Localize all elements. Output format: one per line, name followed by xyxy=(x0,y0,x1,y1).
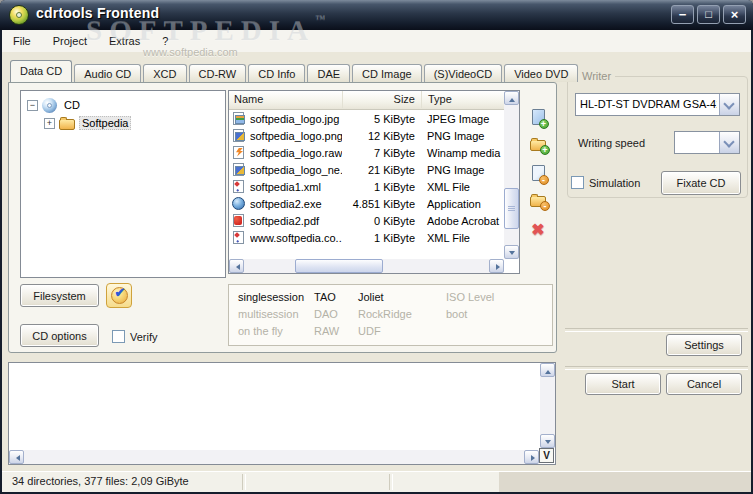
exe-file-icon xyxy=(232,197,247,211)
file-type: Adobe Acrobat xyxy=(421,215,504,227)
session-option xyxy=(446,325,552,342)
tab-s-videocd[interactable]: (S)VideoCD xyxy=(424,64,503,82)
tab-dae[interactable]: DAE xyxy=(307,64,350,82)
log-hscrollbar[interactable] xyxy=(9,450,539,464)
menu-item-file[interactable]: File xyxy=(2,32,42,50)
raw-file-icon xyxy=(232,146,247,160)
writer-group-label: Writer xyxy=(578,70,615,82)
column-header-size[interactable]: Size xyxy=(343,91,422,108)
tree-item-softpedia[interactable]: +Softpedia xyxy=(21,114,225,132)
settings-button[interactable]: Settings xyxy=(666,334,742,356)
maximize-icon: □ xyxy=(698,6,719,22)
hscroll-thumb[interactable] xyxy=(295,259,383,273)
file-row[interactable]: softpedia_logo.png12 KiBytePNG Image xyxy=(229,127,504,144)
add-folder-button[interactable] xyxy=(526,132,550,158)
file-list[interactable]: Name Size Type softpedia_logo.jpg5 KiByt… xyxy=(228,90,520,274)
writer-device-combobox[interactable]: HL-DT-ST DVDRAM GSA-41 xyxy=(575,93,740,116)
writing-speed-dropdown-button[interactable] xyxy=(719,132,739,153)
fixate-cd-button[interactable]: Fixate CD xyxy=(661,171,741,195)
file-size: 0 KiByte xyxy=(342,215,421,227)
verify-check-button[interactable] xyxy=(106,283,132,308)
start-button[interactable]: Start xyxy=(585,373,661,395)
tab-video-dvd[interactable]: Video DVD xyxy=(504,64,578,82)
log-vscrollbar[interactable] xyxy=(540,363,555,448)
scroll-left-button[interactable] xyxy=(9,450,24,464)
file-list-body: softpedia_logo.jpg5 KiByteJPEG Imagesoft… xyxy=(229,110,504,259)
arrow-down-icon xyxy=(545,440,551,447)
file-row[interactable]: softpedia1.xml1 KiByteXML File xyxy=(229,178,504,195)
collapse-icon[interactable]: − xyxy=(27,100,38,111)
title-bar: cdrtools Frontend −□× xyxy=(0,0,753,30)
arrow-left-icon xyxy=(13,455,20,461)
column-header-name[interactable]: Name xyxy=(229,91,343,108)
maximize-button[interactable]: □ xyxy=(697,5,720,24)
folder-icon xyxy=(59,119,75,130)
log-area[interactable]: V xyxy=(8,362,556,465)
cd-icon xyxy=(42,98,57,113)
vscroll-thumb[interactable] xyxy=(504,188,519,228)
minimize-button[interactable]: − xyxy=(671,5,694,24)
tab-data-cd[interactable]: Data CD xyxy=(10,60,72,82)
file-size: 1 KiByte xyxy=(342,232,421,244)
scroll-right-button[interactable] xyxy=(524,450,539,464)
file-name: softpedia2.pdf xyxy=(250,215,342,227)
delete-button[interactable] xyxy=(526,216,550,242)
file-row[interactable]: www.softpedia.co...1 KiByteXML File xyxy=(229,229,504,246)
file-row[interactable]: softpedia_logo.jpg5 KiByteJPEG Image xyxy=(229,110,504,127)
verify-checkbox[interactable] xyxy=(112,330,125,343)
scroll-up-button[interactable] xyxy=(504,91,519,105)
directory-tree[interactable]: −CD+Softpedia xyxy=(20,90,226,278)
tab-strip: Data CDAudio CDXCDCD-RWCD InfoDAECD Imag… xyxy=(10,61,580,82)
verify-label: Verify xyxy=(130,331,158,343)
close-button[interactable]: × xyxy=(723,5,746,24)
session-option-singlesession: singlesession xyxy=(238,291,314,308)
remove-file-icon xyxy=(532,165,545,181)
remove-folder-button[interactable] xyxy=(526,188,550,214)
tree-item-cd[interactable]: −CD xyxy=(21,96,225,114)
log-v-button[interactable]: V xyxy=(539,448,554,463)
close-icon: × xyxy=(724,6,745,23)
file-type: Winamp media xyxy=(421,147,504,159)
tab-cd-rw[interactable]: CD-RW xyxy=(189,64,247,82)
add-folder-icon xyxy=(530,140,546,151)
scroll-left-button[interactable] xyxy=(229,259,244,273)
chevron-down-icon xyxy=(723,98,734,109)
menu-item-project[interactable]: Project xyxy=(42,32,98,50)
file-row[interactable]: softpedia2.pdf0 KiByteAdobe Acrobat xyxy=(229,212,504,229)
menu-item-extras[interactable]: Extras xyxy=(98,32,151,50)
separator xyxy=(565,366,748,370)
filesystem-button[interactable]: Filesystem xyxy=(20,284,99,307)
tab-xcd[interactable]: XCD xyxy=(143,64,186,82)
expand-icon[interactable]: + xyxy=(44,118,55,129)
session-option-iso-level: ISO Level xyxy=(446,291,552,308)
scroll-down-button[interactable] xyxy=(540,434,555,448)
file-list-hscrollbar[interactable] xyxy=(229,259,504,273)
cancel-button[interactable]: Cancel xyxy=(666,373,742,395)
scroll-down-button[interactable] xyxy=(504,245,519,259)
remove-folder-icon xyxy=(530,196,546,207)
tab-audio-cd[interactable]: Audio CD xyxy=(74,64,141,82)
file-type: XML File xyxy=(421,232,504,244)
scroll-up-button[interactable] xyxy=(540,363,555,377)
file-row[interactable]: softpedia_logo_ne...21 KiBytePNG Image xyxy=(229,161,504,178)
writer-device-dropdown-button[interactable] xyxy=(719,94,739,115)
menu-item-help[interactable]: ? xyxy=(151,32,179,50)
file-list-vscrollbar[interactable] xyxy=(504,91,519,259)
scroll-right-button[interactable] xyxy=(489,259,504,273)
session-option-rockridge: RockRidge xyxy=(358,308,446,325)
file-row[interactable]: softpedia2.exe4.851 KiByteApplication xyxy=(229,195,504,212)
simulation-checkbox[interactable] xyxy=(571,176,584,189)
verify-check-icon xyxy=(111,287,128,304)
cd-options-button[interactable]: CD options xyxy=(20,324,99,347)
remove-file-button[interactable] xyxy=(526,160,550,186)
tree-item-label: Softpedia xyxy=(79,116,131,130)
writing-speed-combobox[interactable] xyxy=(674,131,740,154)
arrow-left-icon xyxy=(233,264,240,270)
arrow-right-icon xyxy=(496,264,503,270)
add-file-button[interactable] xyxy=(526,104,550,130)
session-info-panel: singlesessionTAOJolietISO Levelmultisess… xyxy=(228,284,553,346)
file-row[interactable]: softpedia_logo.raw7 KiByteWinamp media xyxy=(229,144,504,161)
tab-cd-image[interactable]: CD Image xyxy=(352,64,422,82)
tab-cd-info[interactable]: CD Info xyxy=(248,64,305,82)
file-size: 5 KiByte xyxy=(342,113,421,125)
